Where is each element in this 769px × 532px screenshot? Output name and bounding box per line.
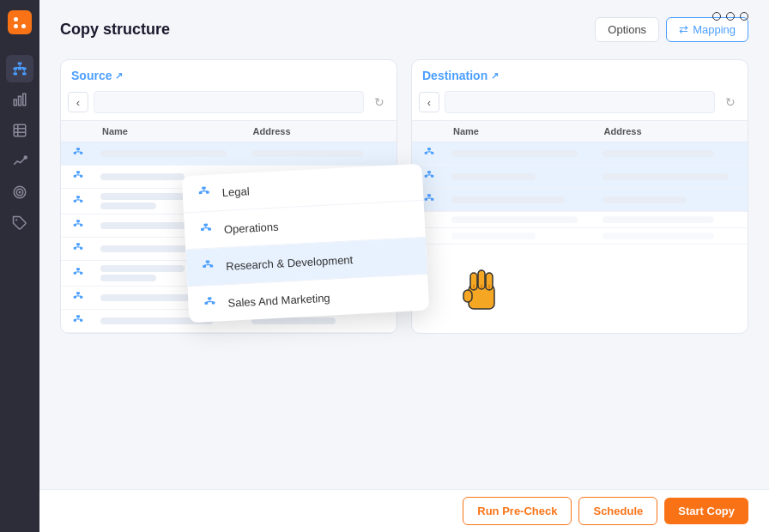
dropdown-item-label: Research & Development xyxy=(226,253,354,273)
table-row[interactable] xyxy=(412,142,748,166)
dept-icon-legal xyxy=(194,184,214,203)
destination-title: Destination ↗ xyxy=(422,69,737,82)
start-copy-button[interactable]: Start Copy xyxy=(664,498,748,524)
svg-rect-82 xyxy=(203,223,208,226)
svg-rect-47 xyxy=(76,268,80,270)
source-col-address: Address xyxy=(246,126,397,136)
svg-point-17 xyxy=(24,156,27,159)
svg-rect-22 xyxy=(76,148,80,150)
svg-rect-52 xyxy=(76,292,80,294)
dest-col-name: Name xyxy=(446,126,597,136)
svg-rect-4 xyxy=(14,73,18,76)
sidebar-item-tag[interactable] xyxy=(6,209,33,237)
header-buttons: Options ⇄ Mapping xyxy=(595,17,748,42)
source-table-header: Name Address xyxy=(61,120,397,142)
top-menu xyxy=(712,12,748,21)
hand-cursor-icon xyxy=(460,266,503,313)
department-dropdown: Legal Operations Research & Development … xyxy=(182,164,430,323)
dept-icon-rd xyxy=(198,257,218,276)
dept-icon-operations xyxy=(196,220,215,239)
sidebar-item-org[interactable] xyxy=(6,55,33,82)
options-button[interactable]: Options xyxy=(595,17,659,42)
source-ext-link-icon[interactable]: ↗ xyxy=(115,70,123,82)
run-pre-check-button[interactable]: Run Pre-Check xyxy=(463,497,572,525)
source-title: Source ↗ xyxy=(71,69,386,82)
svg-rect-72 xyxy=(427,194,431,196)
dropdown-item-label: Operations xyxy=(224,220,279,235)
destination-search-input[interactable] xyxy=(445,91,715,113)
menu-dot-1 xyxy=(712,12,721,21)
source-search-input[interactable] xyxy=(94,91,364,113)
svg-rect-87 xyxy=(206,260,210,263)
svg-rect-92 xyxy=(208,297,212,299)
sidebar-item-table[interactable] xyxy=(6,117,33,144)
destination-table-header: Name Address xyxy=(412,120,748,142)
dest-col-address: Address xyxy=(597,126,748,136)
mapping-button[interactable]: ⇄ Mapping xyxy=(666,17,748,42)
destination-toolbar: ‹ ↻ xyxy=(412,91,748,120)
destination-ext-link-icon[interactable]: ↗ xyxy=(491,70,499,82)
svg-rect-0 xyxy=(18,63,22,65)
dropdown-item-label: Sales And Marketing xyxy=(227,291,330,309)
svg-rect-42 xyxy=(76,243,80,245)
sidebar-item-analytics[interactable] xyxy=(6,148,33,175)
svg-rect-5 xyxy=(22,73,27,76)
svg-rect-37 xyxy=(76,220,80,222)
row-addr-cell xyxy=(246,150,397,157)
app-logo[interactable] xyxy=(8,10,32,34)
source-panel-header: Source ↗ xyxy=(61,60,397,82)
source-back-button[interactable]: ‹ xyxy=(68,92,88,112)
source-toolbar: ‹ ↻ xyxy=(61,91,397,120)
page-header: Copy structure Options ⇄ Mapping xyxy=(60,17,748,42)
footer-bar: // Generated via inline approach; use SV… xyxy=(39,489,769,532)
dropdown-item-label: Legal xyxy=(221,184,250,199)
table-row[interactable] xyxy=(412,189,748,212)
table-row[interactable] xyxy=(61,142,397,166)
svg-rect-67 xyxy=(427,171,431,173)
sidebar-item-target[interactable] xyxy=(6,178,33,206)
destination-back-button[interactable]: ‹ xyxy=(419,92,439,112)
page-title: Copy structure xyxy=(60,21,170,39)
svg-rect-11 xyxy=(19,96,21,106)
main-content: Copy structure Options ⇄ Mapping Source … xyxy=(39,0,769,532)
svg-rect-98 xyxy=(463,290,472,302)
svg-rect-62 xyxy=(427,148,431,150)
svg-rect-13 xyxy=(14,124,26,136)
destination-table-body xyxy=(412,142,748,245)
schedule-button[interactable]: Schedule xyxy=(578,497,657,525)
destination-refresh-button[interactable]: ↻ xyxy=(720,92,741,112)
source-refresh-button[interactable]: ↻ xyxy=(369,92,390,112)
source-col-name: Name xyxy=(95,126,246,136)
menu-dot-2 xyxy=(726,12,735,21)
sidebar-item-chart[interactable] xyxy=(6,86,33,113)
dept-icon-sales xyxy=(200,293,220,313)
mapping-icon: ⇄ xyxy=(679,23,688,36)
svg-rect-27 xyxy=(76,171,80,173)
destination-panel-header: Destination ↗ xyxy=(412,60,748,82)
svg-rect-12 xyxy=(23,94,26,106)
row-icon xyxy=(61,147,95,160)
sidebar xyxy=(0,0,39,532)
table-row[interactable] xyxy=(412,166,748,189)
svg-rect-77 xyxy=(202,186,206,189)
svg-rect-57 xyxy=(76,315,80,317)
menu-dot-3 xyxy=(740,12,748,21)
row-name-cell xyxy=(95,150,246,157)
svg-rect-32 xyxy=(76,196,80,198)
table-row[interactable] xyxy=(412,212,748,228)
svg-point-20 xyxy=(19,191,21,193)
svg-rect-10 xyxy=(14,100,16,106)
table-row[interactable] xyxy=(412,228,748,245)
